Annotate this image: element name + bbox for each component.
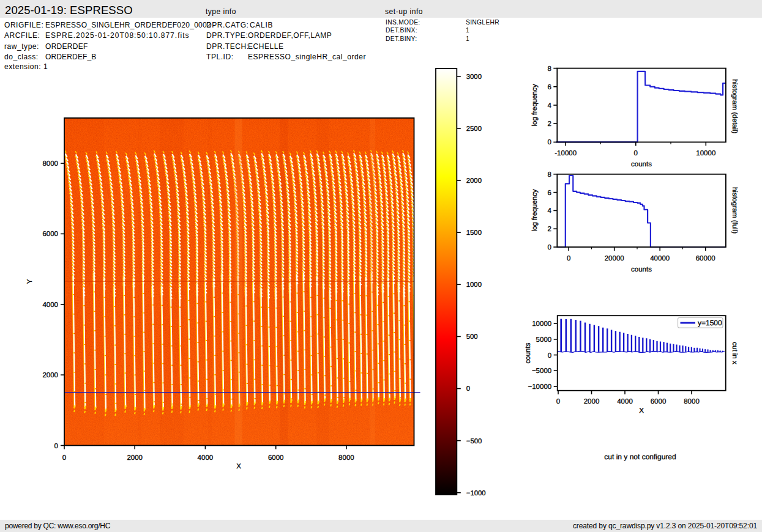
- svg-text:5000: 5000: [536, 336, 552, 344]
- svg-text:−1000: −1000: [466, 490, 486, 497]
- svg-text:0: 0: [62, 454, 66, 462]
- svg-text:counts: counts: [631, 266, 652, 273]
- svg-text:log frequency: log frequency: [531, 84, 539, 126]
- svg-text:500: 500: [466, 333, 478, 341]
- svg-text:2000: 2000: [466, 177, 482, 185]
- svg-text:6000: 6000: [42, 231, 58, 238]
- svg-text:histogram (full): histogram (full): [731, 187, 738, 234]
- svg-text:4: 4: [547, 207, 551, 215]
- svg-text:0: 0: [567, 255, 570, 262]
- svg-text:1500: 1500: [466, 229, 482, 237]
- svg-text:0: 0: [547, 244, 551, 251]
- svg-text:2000: 2000: [127, 454, 143, 462]
- svg-text:2500: 2500: [466, 125, 482, 133]
- svg-text:2: 2: [547, 120, 551, 128]
- svg-text:X: X: [236, 463, 241, 470]
- svg-text:counts: counts: [631, 161, 652, 168]
- svg-text:cut in x: cut in x: [731, 342, 738, 364]
- svg-text:cut in y not configured: cut in y not configured: [604, 453, 676, 461]
- svg-text:0: 0: [547, 139, 551, 146]
- svg-text:8000: 8000: [42, 160, 58, 168]
- svg-text:2000: 2000: [584, 398, 600, 405]
- svg-text:4: 4: [547, 102, 551, 109]
- svg-text:-10000: -10000: [555, 150, 577, 157]
- svg-text:10000: 10000: [696, 150, 715, 157]
- svg-text:0: 0: [634, 150, 638, 157]
- svg-text:−500: −500: [466, 438, 482, 445]
- svg-text:−5000: −5000: [532, 368, 551, 375]
- svg-text:8000: 8000: [684, 398, 700, 405]
- svg-text:2: 2: [547, 226, 551, 233]
- svg-text:4000: 4000: [42, 301, 58, 309]
- svg-text:X: X: [639, 407, 644, 415]
- svg-text:0: 0: [466, 385, 470, 393]
- svg-text:−10000: −10000: [528, 383, 551, 391]
- svg-text:Y: Y: [26, 279, 34, 284]
- svg-text:counts: counts: [525, 342, 532, 363]
- svg-text:4000: 4000: [617, 398, 633, 405]
- svg-text:log frequency: log frequency: [531, 189, 539, 231]
- svg-text:3000: 3000: [466, 73, 482, 81]
- svg-text:8: 8: [547, 171, 551, 179]
- svg-text:1000: 1000: [466, 281, 482, 289]
- svg-text:8000: 8000: [338, 454, 354, 462]
- svg-text:y=1500: y=1500: [698, 319, 722, 327]
- svg-text:20000: 20000: [605, 255, 624, 262]
- svg-text:6: 6: [547, 190, 551, 197]
- svg-text:histogram (detail): histogram (detail): [731, 79, 738, 134]
- svg-text:6000: 6000: [651, 398, 667, 405]
- svg-text:0: 0: [556, 398, 560, 405]
- svg-text:40000: 40000: [650, 255, 670, 262]
- svg-text:2000: 2000: [42, 372, 58, 379]
- svg-text:4000: 4000: [198, 454, 214, 462]
- svg-text:8: 8: [547, 65, 551, 73]
- svg-text:6000: 6000: [268, 454, 284, 462]
- svg-text:60000: 60000: [696, 255, 715, 262]
- svg-text:10000: 10000: [532, 320, 551, 328]
- svg-text:0: 0: [548, 352, 551, 360]
- svg-text:6: 6: [547, 84, 551, 91]
- svg-text:0: 0: [54, 443, 58, 450]
